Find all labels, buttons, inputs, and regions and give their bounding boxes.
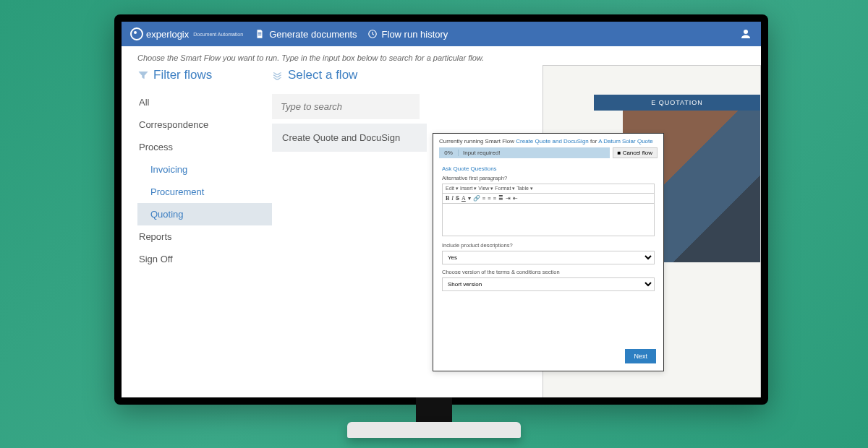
document-icon [255, 29, 265, 39]
nav-generate-documents[interactable]: Generate documents [255, 29, 357, 40]
top-navbar: experlogix Document Automation Generate … [122, 22, 761, 46]
filter-title: Filter flows [137, 68, 272, 82]
field-terms-version: Choose version of the terms & conditions… [433, 267, 663, 294]
filter-reports[interactable]: Reports [137, 225, 272, 248]
svg-rect-1 [258, 33, 262, 34]
filter-process[interactable]: Process [137, 136, 272, 158]
app-screen: experlogix Document Automation Generate … [122, 22, 761, 397]
running-target-link[interactable]: A Datum Solar Quote [598, 138, 653, 145]
label-include-descriptions: Include product descriptions? [442, 242, 655, 249]
monitor-frame: experlogix Document Automation Generate … [114, 14, 768, 405]
instruction-text: Choose the Smart Flow you want to run. T… [122, 46, 761, 65]
label-terms-version: Choose version of the terms & conditions… [442, 269, 655, 275]
nav-generate-label: Generate documents [269, 29, 357, 40]
monitor-stand-base [347, 422, 521, 438]
align-center-icon[interactable]: ≡ [488, 195, 491, 202]
nav-history-label: Flow run history [382, 29, 448, 40]
filter-quoting[interactable]: Quoting [137, 203, 272, 225]
align-right-icon[interactable]: ≡ [493, 195, 497, 202]
brand: experlogix Document Automation [130, 27, 243, 40]
progress-bar: 0% Input required! [439, 147, 610, 158]
running-flow-text: Currently running Smart Flow Create Quot… [433, 134, 663, 147]
flow-icon [272, 69, 284, 81]
filter-signoff[interactable]: Sign Off [137, 248, 272, 270]
doc-title-band: E QUOTATION [594, 95, 760, 111]
filter-procurement[interactable]: Procurement [137, 181, 272, 203]
filter-panel: Filter flows All Correspondence Process … [137, 65, 272, 395]
indent-icon[interactable]: ⇥ [506, 195, 511, 202]
flow-input-modal: Currently running Smart Flow Create Quot… [433, 133, 664, 371]
svg-rect-0 [258, 33, 262, 33]
filter-correspondence[interactable]: Correspondence [137, 113, 272, 136]
svg-point-4 [744, 30, 748, 34]
alt-paragraph-input[interactable] [442, 203, 655, 236]
next-button[interactable]: Next [625, 349, 656, 363]
cancel-flow-button[interactable]: ■ Cancel flow [613, 147, 658, 158]
modal-section-title: Ask Quote Questions [433, 163, 663, 173]
bold-icon[interactable]: B [446, 195, 449, 202]
brand-name: experlogix [146, 29, 189, 40]
text-color-icon[interactable]: A [461, 195, 466, 202]
monitor-stand-neck [416, 397, 452, 423]
filter-icon [137, 69, 149, 81]
italic-icon[interactable]: I [451, 195, 454, 202]
list-icon[interactable]: ≣ [498, 195, 503, 202]
strike-icon[interactable]: S̶ [456, 195, 459, 202]
align-left-icon[interactable]: ≡ [482, 195, 486, 202]
history-icon [367, 29, 378, 39]
filter-invoicing[interactable]: Invoicing [137, 158, 272, 181]
outdent-icon[interactable]: ⇤ [513, 195, 518, 202]
flow-item-create-quote[interactable]: Create Quote and DocuSign [272, 124, 427, 152]
progress-label: Input required! [459, 147, 505, 158]
select-include-descriptions[interactable]: Yes [442, 251, 655, 264]
brand-logo-icon [130, 27, 143, 40]
svg-rect-2 [258, 35, 262, 35]
select-terms-version[interactable]: Short version [442, 277, 655, 291]
progress-percent: 0% [439, 150, 459, 156]
running-flow-link[interactable]: Create Quote and DocuSign [516, 138, 589, 145]
user-icon[interactable] [739, 27, 752, 40]
filter-all[interactable]: All [137, 91, 272, 113]
editor-menubar[interactable]: Edit ▾ Insert ▾ View ▾ Format ▾ Table ▾ [442, 184, 655, 193]
field-include-descriptions: Include product descriptions? Yes [433, 241, 663, 267]
editor-toolbar[interactable]: B I S̶ A ▾ 🔗 ≡ ≡ ≡ ≣ ⇥ ⇤ [442, 193, 655, 203]
highlight-icon[interactable]: ▾ [468, 195, 471, 202]
brand-subtitle: Document Automation [193, 32, 243, 37]
label-alt-paragraph: Alternative first paragraph? [442, 175, 655, 181]
field-alt-paragraph: Alternative first paragraph? Edit ▾ Inse… [433, 173, 663, 241]
nav-flow-history[interactable]: Flow run history [367, 29, 448, 40]
flow-search-input[interactable] [272, 94, 420, 119]
link-icon[interactable]: 🔗 [473, 195, 480, 202]
